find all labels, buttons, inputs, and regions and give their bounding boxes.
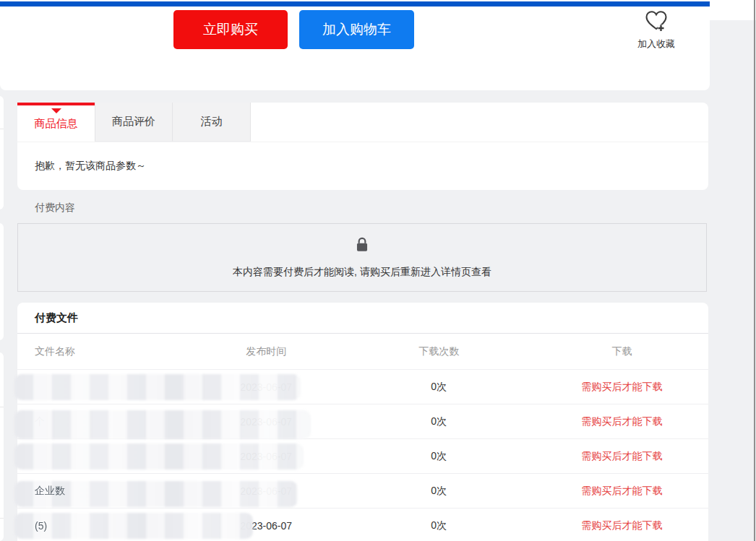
paid-files-card: 付费文件 文件名称 发布时间 下载次数 下载 2023-06-07 0次 需购买… [17,303,708,541]
no-params-notice: 抱歉，暂无该商品参数～ [17,142,708,189]
file-download-count: 0次 [342,381,536,394]
file-download-count: 0次 [342,415,536,428]
paid-files-title: 付费文件 [17,303,708,334]
tab-product-reviews[interactable]: 商品评价 [95,103,173,142]
file-name-cell [17,370,190,404]
heart-plus-icon [643,23,669,35]
tab-activity[interactable]: 活动 [173,103,251,142]
file-download-count: 0次 [342,485,536,498]
header-download-count: 下载次数 [342,345,536,358]
file-name-cell: 企业数 [17,474,190,508]
product-tabs-card: 商品信息 商品评价 活动 抱歉，暂无该商品参数～ [17,103,708,190]
file-download-status: 需购买后才能下载 [536,381,708,394]
left-cutoff-panel [0,223,4,340]
file-table-row: 企业数 2023-06-07 0次 需购买后才能下载 [17,474,708,508]
redacted-file-name [14,374,301,400]
file-download-status: 需购买后才能下载 [536,485,708,498]
file-download-status: 需购买后才能下载 [536,415,708,428]
file-name-cell [17,439,190,473]
add-to-favorites-button[interactable]: 加入收藏 [620,9,692,51]
file-table-row: 2023-06-07 0次 需购买后才能下载 [17,439,708,474]
redacted-file-name [14,410,311,439]
lock-icon [353,235,371,257]
file-table-row: 个 2023-06-07 0次 需购买后才能下载 [17,404,708,439]
file-name-partial: (5) [35,520,47,532]
add-to-cart-button[interactable]: 加入购物车 [299,10,414,49]
locked-content-message: 本内容需要付费后才能阅读, 请购买后重新进入详情页查看 [233,266,491,279]
file-download-count: 0次 [342,450,536,463]
file-download-status: 需购买后才能下载 [536,519,708,532]
left-cutoff-panel [0,352,4,541]
favorite-label: 加入收藏 [620,38,692,51]
redacted-file-name [14,513,253,539]
header-file-name: 文件名称 [17,334,190,369]
tab-product-info[interactable]: 商品信息 [17,103,95,142]
file-table-row: 2023-06-07 0次 需购买后才能下载 [17,370,708,404]
files-table-header: 文件名称 发布时间 下载次数 下载 [17,334,708,370]
file-table-row: (5) 2023-06-07 0次 需购买后才能下载 [17,508,708,541]
top-accent-bar [0,1,710,7]
locked-content-box: 本内容需要付费后才能阅读, 请购买后重新进入详情页查看 [17,223,707,292]
file-download-count: 0次 [342,519,536,532]
header-download: 下载 [536,345,708,358]
file-download-status: 需购买后才能下载 [536,450,708,463]
right-margin-top [710,0,756,20]
file-name-partial: 企业数 [35,485,65,498]
paid-content-section-title: 付费内容 [35,202,75,215]
scrollbar[interactable] [754,0,755,541]
buy-now-button[interactable]: 立即购买 [173,10,288,49]
left-cutoff-panel [0,96,4,209]
tab-bar: 商品信息 商品评价 活动 [17,103,708,142]
header-publish-date: 发布时间 [190,345,342,358]
file-name-cell: 个 [17,404,190,438]
redacted-file-name [14,443,304,469]
file-name-cell: (5) [17,508,190,541]
